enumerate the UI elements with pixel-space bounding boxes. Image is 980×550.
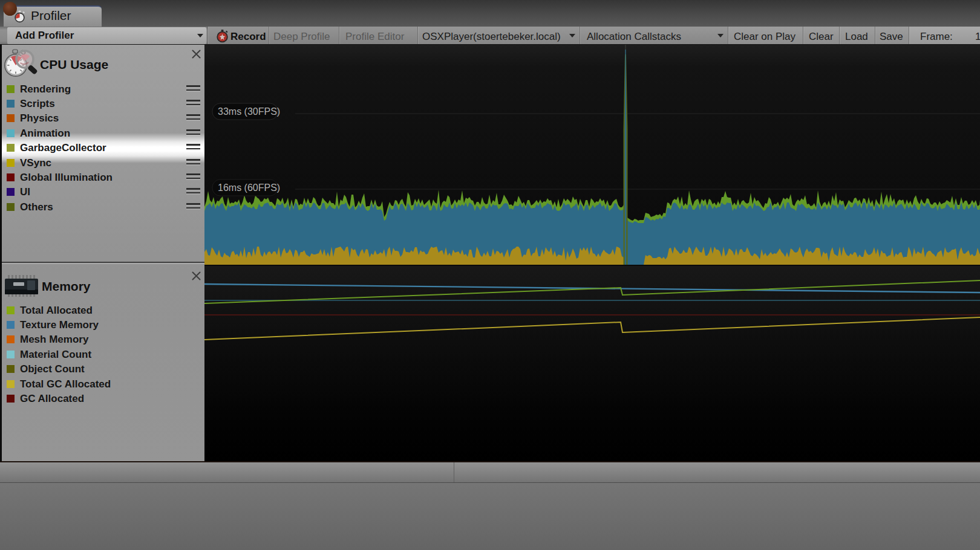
svg-text:16ms (60FPS): 16ms (60FPS) bbox=[218, 183, 280, 193]
svg-text:33ms (30FPS): 33ms (30FPS) bbox=[218, 106, 280, 117]
